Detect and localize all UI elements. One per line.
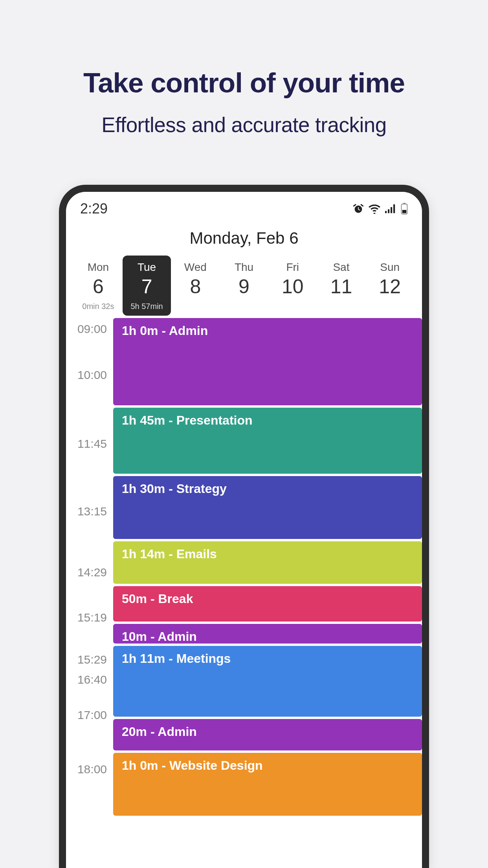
time-label: 14:29 — [66, 566, 111, 579]
time-label: 16:40 — [66, 673, 111, 686]
marketing-subheadline: Effortless and accurate tracking — [0, 113, 488, 137]
svg-rect-3 — [391, 207, 392, 213]
time-label: 09:00 — [66, 322, 111, 336]
time-entry-label: 1h 0m - Website Design — [122, 758, 263, 773]
week-row: Mon60min 32sTue75h 57minWed8Thu9Fri10Sat… — [66, 256, 422, 316]
time-entry-label: 20m - Admin — [122, 725, 197, 739]
svg-rect-6 — [403, 203, 405, 204]
time-entry-label: 1h 30m - Strategy — [122, 482, 227, 496]
day-col-fri[interactable]: Fri10 — [268, 256, 317, 316]
alarm-icon — [353, 203, 364, 214]
day-duration: 5h 57min — [123, 302, 171, 311]
day-col-sun[interactable]: Sun12 — [365, 256, 414, 316]
timeline[interactable]: 09:0010:0011:4513:1514:2915:1915:2916:40… — [66, 318, 422, 816]
phone-screen: 2:29 Monday, Feb 6 Mon60min 32sTue75h 57… — [66, 192, 422, 868]
time-label: 11:45 — [66, 437, 111, 451]
status-time: 2:29 — [80, 200, 108, 217]
day-col-thu[interactable]: Thu9 — [220, 256, 268, 316]
svg-rect-4 — [393, 204, 395, 213]
time-entry[interactable]: 20m - Admin — [113, 719, 422, 750]
day-num: 9 — [220, 275, 268, 298]
day-col-sat[interactable]: Sat11 — [317, 256, 366, 316]
day-num: 8 — [171, 275, 220, 298]
day-name: Mon — [74, 261, 123, 274]
signal-icon — [385, 204, 396, 213]
day-name: Sun — [365, 261, 414, 274]
time-label: 17:00 — [66, 708, 111, 722]
day-duration: 0min 32s — [74, 302, 123, 311]
day-name: Thu — [220, 261, 268, 274]
svg-rect-1 — [385, 211, 387, 213]
time-entry-label: 10m - Admin — [122, 629, 197, 644]
time-entry-label: 1h 0m - Admin — [122, 324, 208, 338]
time-entry[interactable]: 50m - Break — [113, 586, 422, 622]
time-entry-label: 1h 14m - Emails — [122, 547, 217, 561]
day-col-mon[interactable]: Mon60min 32s — [74, 256, 123, 316]
day-name: Tue — [123, 261, 171, 274]
status-bar: 2:29 — [66, 192, 422, 219]
time-entry[interactable]: 1h 0m - Website Design — [113, 753, 422, 816]
status-icons — [353, 203, 408, 215]
time-label: 10:00 — [66, 368, 111, 382]
time-label: 15:19 — [66, 611, 111, 624]
time-label: 18:00 — [66, 763, 111, 776]
phone-frame: 2:29 Monday, Feb 6 Mon60min 32sTue75h 57… — [59, 185, 429, 868]
day-name: Sat — [317, 261, 366, 274]
wifi-icon — [369, 204, 380, 214]
day-num: 12 — [365, 275, 414, 298]
time-label: 15:29 — [66, 653, 111, 666]
time-entry[interactable]: 1h 45m - Presentation — [113, 408, 422, 474]
time-entry[interactable]: 1h 11m - Meetings — [113, 646, 422, 717]
battery-icon — [401, 203, 408, 215]
time-label: 13:15 — [66, 505, 111, 518]
day-name: Wed — [171, 261, 220, 274]
time-entry[interactable]: 1h 0m - Admin — [113, 318, 422, 405]
day-col-wed[interactable]: Wed8 — [171, 256, 220, 316]
time-entry-label: 50m - Break — [122, 592, 193, 606]
time-entry-label: 1h 45m - Presentation — [122, 413, 253, 428]
time-entry[interactable]: 1h 14m - Emails — [113, 541, 422, 584]
time-entry-label: 1h 11m - Meetings — [122, 651, 231, 666]
day-num: 10 — [268, 275, 317, 298]
day-name: Fri — [268, 261, 317, 274]
marketing-headline: Take control of your time — [0, 67, 488, 99]
time-entry[interactable]: 10m - Admin — [113, 624, 422, 644]
day-col-tue[interactable]: Tue75h 57min — [123, 256, 171, 316]
day-num: 7 — [123, 275, 171, 298]
day-num: 11 — [317, 275, 366, 298]
time-entry[interactable]: 1h 30m - Strategy — [113, 476, 422, 539]
day-num: 6 — [74, 275, 123, 298]
date-header: Monday, Feb 6 — [66, 219, 422, 256]
svg-rect-2 — [388, 209, 389, 213]
svg-rect-7 — [402, 210, 407, 213]
